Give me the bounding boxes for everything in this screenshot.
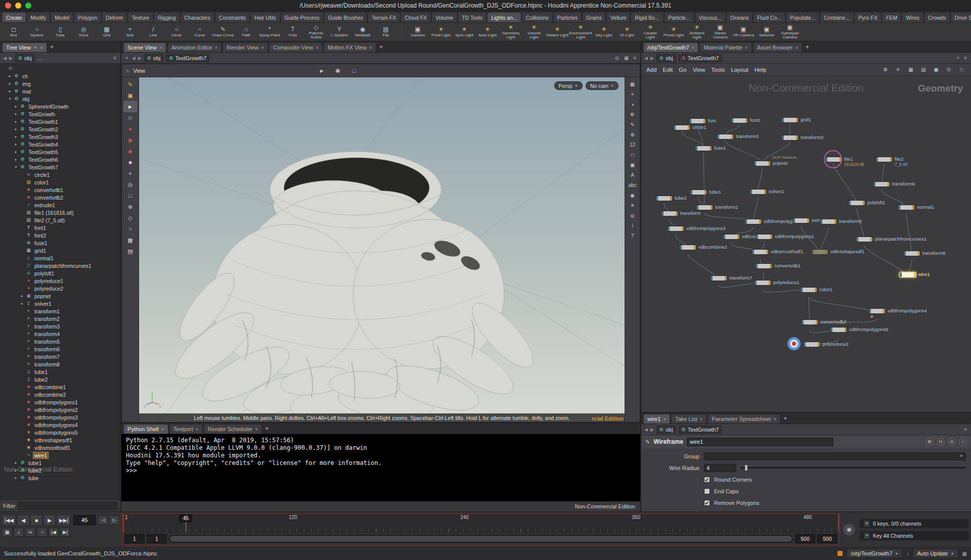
network-node-tube2[interactable]: tube2 [656, 196, 672, 201]
minimize-window-button[interactable] [15, 3, 21, 9]
chevron-down-icon[interactable]: ▼ [959, 454, 963, 458]
scope-channels-button[interactable]: ◉ [843, 523, 856, 536]
tree-item-vdbfrompolygons1[interactable]: ■vdbfrompolygons1 [0, 398, 120, 406]
expander-icon[interactable]: ▸ [20, 294, 24, 298]
network-node-fuse1[interactable]: fuse1 [695, 146, 712, 151]
network-node-circle1[interactable]: circle1 [674, 125, 690, 130]
close-tab-icon[interactable]: × [161, 427, 164, 432]
gear-icon[interactable]: ⚙ [925, 438, 934, 446]
perspective-selector[interactable]: Persp▼ [554, 81, 583, 90]
houdini-badge-icon[interactable]: H [937, 438, 945, 446]
checkbox-unchecked[interactable] [704, 488, 710, 494]
tree-item-normal1[interactable]: ⊥normal1 [0, 254, 120, 262]
network-node-file2[interactable]: file27_5.stl [876, 157, 892, 162]
tree-item-img[interactable]: ▸⚙img [0, 80, 120, 87]
expander-icon[interactable]: ▸ [8, 81, 12, 86]
shelf-tab-rigid-bo[interactable]: Rigid Bo... [631, 12, 663, 22]
network-node-font1[interactable]: font1 [731, 118, 747, 123]
network-node-transform2[interactable]: transform2 [782, 135, 798, 140]
pane-tab-take-list[interactable]: Take List× [671, 414, 707, 424]
network-node-transform7[interactable]: transform7 [711, 276, 727, 281]
primitive-select-icon[interactable]: ■ [124, 157, 137, 167]
network-node-vdbfrompolygons3[interactable]: vdbfrompolygons3 [668, 226, 684, 231]
node-body[interactable] [782, 118, 798, 122]
select-tool-icon[interactable]: ► [124, 102, 137, 112]
tree-item-solver1[interactable]: ▸Σsolver1 [0, 300, 120, 307]
node-body[interactable] [750, 190, 766, 194]
tree-item-textgrowth5[interactable]: ▸⚙TextGrowth5 [0, 148, 120, 156]
add-view-icon[interactable]: ⊕ [627, 130, 638, 139]
play-button[interactable]: ▶ [43, 515, 56, 526]
tree-item-circle1[interactable]: ○circle1 [0, 171, 120, 178]
new-tab-button[interactable]: + [781, 414, 789, 422]
playback-end-field[interactable]: 500 [795, 534, 815, 543]
shelf-tab-collisions[interactable]: Collisions [522, 12, 553, 22]
shelf-tab-guide-process[interactable]: Guide Process [281, 12, 324, 22]
path-selector[interactable]: /obj/TextGrowth7▼ [847, 549, 902, 558]
info-icon[interactable]: i [627, 221, 638, 230]
expander-icon[interactable]: ▸ [14, 127, 18, 131]
help-icon[interactable]: ? [627, 231, 638, 240]
shelf-tab-drive-si[interactable]: Drive Si... [951, 12, 971, 22]
tree-item-font2[interactable]: Tfont2 [0, 231, 120, 239]
expander-icon[interactable]: ▸ [14, 119, 18, 124]
node-body[interactable] [802, 320, 818, 324]
step-forward-button[interactable]: ▷ [109, 516, 119, 525]
current-frame-marker[interactable]: 45 [179, 515, 192, 522]
shelf-tab-fem[interactable]: FEM [882, 12, 901, 22]
view-tool-icon[interactable]: ○ [124, 224, 137, 234]
shelf-tool-camera[interactable]: ▣Camera [406, 23, 429, 41]
current-frame-field[interactable]: 45 [73, 515, 96, 525]
shelf-tab-deform[interactable]: Deform [102, 12, 127, 22]
shelf-tab-volume[interactable]: Volume [431, 12, 457, 22]
shelf-tool-vr-camera[interactable]: ▣VR Camera [732, 23, 755, 41]
network-menu-tools[interactable]: Tools [711, 67, 725, 73]
close-tab-icon[interactable]: × [159, 45, 162, 51]
tree-item-vdbreshapesdf1[interactable]: ■vdbreshapesdf1 [0, 436, 120, 444]
node-body[interactable] [876, 157, 892, 162]
current-tool-icon[interactable]: ✎ [124, 79, 137, 89]
prev-key-button[interactable]: |◀ [49, 528, 59, 537]
tree-root-chip[interactable]: ⚙obj [15, 54, 35, 62]
viewport-canvas[interactable]: Persp▼ No cam▼ y x z [139, 77, 625, 422]
shelf-tool-sphere[interactable]: ○Sphere [25, 23, 49, 41]
tree-item-item[interactable]: ⊙ [0, 65, 120, 72]
handle-tool-icon[interactable]: ⊕ [124, 202, 137, 212]
pane-tab-textport[interactable]: Textport× [169, 424, 203, 434]
expander-icon[interactable]: ▸ [14, 150, 18, 154]
shelf-tool-torus[interactable]: ◎Torus [72, 23, 95, 41]
checkbox-checked[interactable]: ✔ [704, 477, 710, 483]
tree-item-planarpatchfromcurves1[interactable]: □planarpatchfromcurves1 [0, 262, 120, 269]
shelf-tab-particles[interactable]: Particles [553, 12, 582, 22]
tree-item-textgrowth[interactable]: ▸⚙TextGrowth [0, 110, 120, 118]
path-node-chip[interactable]: ⚙TextGrowth7 [679, 54, 722, 62]
secure-selection-icon[interactable]: ◉ [332, 66, 343, 75]
pane-tab-animation-editor[interactable]: Animation Editor× [167, 42, 222, 52]
pane-tab-render-scheduler[interactable]: Render Scheduler× [204, 424, 262, 434]
tree-item-tube1[interactable]: ▸⚙tube1 [0, 459, 120, 466]
close-tab-icon[interactable]: × [796, 45, 799, 51]
network-node-file1[interactable]: file1161616.stl [825, 157, 842, 162]
expander-icon[interactable]: ▸ [8, 74, 12, 78]
shelf-tab-populate[interactable]: Populate... [786, 12, 819, 22]
network-node-transform6[interactable]: transform6 [873, 182, 890, 186]
network-node-vdbsmoothsdf1[interactable]: vdbsmoothsdf1 [752, 250, 768, 254]
path-node-chip[interactable]: ⚙TextGrowth7 [166, 54, 209, 62]
box-pick-icon[interactable]: □ [348, 66, 360, 75]
network-node-convertvdb2[interactable]: convertvdb2 [802, 320, 818, 324]
expander-icon[interactable]: ▾ [14, 165, 18, 169]
anim-options-icon[interactable]: ▦ [2, 528, 12, 537]
shelf-tool-l-system[interactable]: YL-System [328, 23, 351, 41]
shelf-tool-metaball[interactable]: ◉Metaball [351, 23, 374, 41]
shelf-tool-line[interactable]: /Line [142, 23, 165, 41]
playhead[interactable]: 45 [186, 514, 186, 532]
close-tab-icon[interactable]: × [40, 45, 43, 51]
tree-item-ch[interactable]: ▸⚙ch [0, 72, 120, 80]
network-menu-add[interactable]: Add [646, 67, 656, 73]
pane-tab-scene-view[interactable]: Scene View× [123, 42, 166, 52]
pin-icon[interactable]: + [124, 55, 129, 61]
back-icon[interactable]: ◀ [132, 56, 136, 61]
tree-item-tube1[interactable]: ▯tube1 [0, 368, 120, 376]
shelf-tab-vellum[interactable]: Vellum [606, 12, 631, 22]
tree-item-vdbfrompolygons4[interactable]: ■vdbfrompolygons4 [0, 421, 120, 429]
